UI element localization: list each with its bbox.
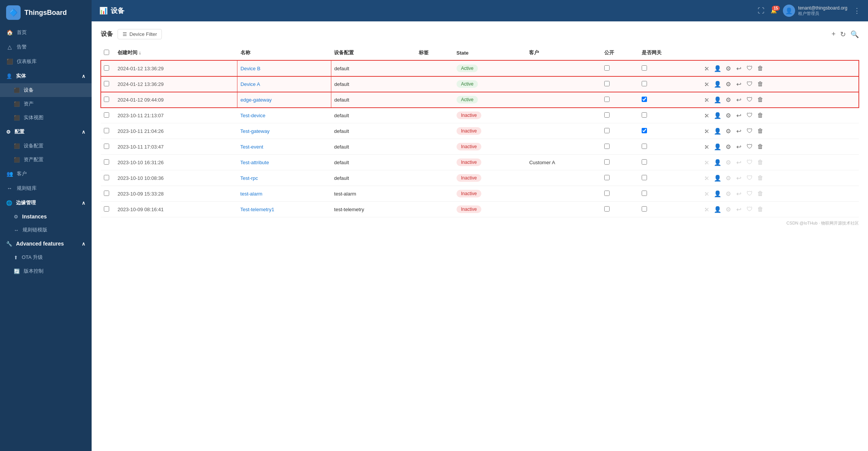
- device-name-link[interactable]: Test-rpc: [240, 175, 258, 181]
- public-checkbox[interactable]: [604, 206, 610, 212]
- reset-icon[interactable]: ↩: [735, 128, 743, 135]
- gateway-checkbox[interactable]: [642, 206, 647, 212]
- add-icon[interactable]: +: [831, 30, 836, 39]
- gateway-checkbox[interactable]: [642, 175, 647, 180]
- sidebar-item-rule-chain[interactable]: ↔ 规则链库: [0, 181, 92, 196]
- row-checkbox[interactable]: [104, 191, 109, 196]
- shield-icon[interactable]: 🛡: [745, 81, 754, 87]
- public-checkbox[interactable]: [604, 191, 610, 196]
- gateway-checkbox[interactable]: [642, 159, 647, 165]
- row-name[interactable]: Test-telemetry1: [237, 202, 331, 217]
- row-name[interactable]: Test-attribute: [237, 155, 331, 170]
- public-checkbox[interactable]: [604, 175, 610, 180]
- shield-icon[interactable]: 🛡: [745, 143, 754, 150]
- row-checkbox[interactable]: [104, 112, 109, 118]
- device-name-link[interactable]: Test-gateway: [240, 128, 270, 134]
- refresh-icon[interactable]: ↻: [840, 30, 846, 39]
- reset-icon[interactable]: ↩: [735, 143, 743, 150]
- sidebar-item-alert[interactable]: △ 告警: [0, 40, 92, 54]
- user-info[interactable]: 👤 tenant@thingsboard.org 租户管理员: [783, 5, 847, 17]
- row-checkbox[interactable]: [104, 128, 109, 133]
- sidebar-item-asset-config[interactable]: ⬛ 资产配置: [0, 153, 92, 166]
- sidebar-item-instances[interactable]: ⚙ Instances: [0, 210, 92, 223]
- shield-icon[interactable]: 🛡: [745, 65, 754, 72]
- settings-icon[interactable]: ⚙: [724, 112, 732, 119]
- sidebar-section-edge[interactable]: 🌐 边缘管理 ∧: [0, 196, 92, 210]
- share-icon[interactable]: ⤪: [703, 96, 711, 103]
- row-name[interactable]: test-alarm: [237, 186, 331, 202]
- delete-icon[interactable]: 🗑: [756, 96, 765, 103]
- shield-icon[interactable]: 🛡: [745, 112, 754, 119]
- device-name-link[interactable]: Test-attribute: [240, 160, 269, 165]
- fullscreen-icon[interactable]: ⛶: [758, 7, 765, 15]
- delete-icon[interactable]: 🗑: [756, 81, 765, 87]
- gateway-checkbox[interactable]: [642, 81, 647, 86]
- gateway-checkbox[interactable]: [642, 112, 647, 118]
- device-name-link[interactable]: edge-gateway: [240, 97, 272, 103]
- share-icon[interactable]: ⤪: [703, 81, 711, 88]
- shield-icon[interactable]: 🛡: [745, 128, 754, 134]
- reset-icon[interactable]: ↩: [735, 81, 743, 88]
- settings-icon[interactable]: ⚙: [724, 128, 732, 135]
- share-icon[interactable]: ⤪: [703, 143, 711, 150]
- shield-icon[interactable]: 🛡: [745, 96, 754, 103]
- device-name-link[interactable]: test-alarm: [240, 191, 263, 197]
- settings-icon[interactable]: ⚙: [724, 96, 732, 103]
- delete-icon[interactable]: 🗑: [756, 143, 765, 150]
- reset-icon[interactable]: ↩: [735, 112, 743, 119]
- sidebar-item-entity-view[interactable]: ⬛ 实体视图: [0, 111, 92, 124]
- gateway-checkbox[interactable]: [642, 128, 647, 133]
- gateway-checkbox[interactable]: [642, 97, 647, 102]
- sidebar-item-device-config[interactable]: ⬛ 设备配置: [0, 139, 92, 153]
- public-checkbox[interactable]: [604, 97, 610, 102]
- reset-icon[interactable]: ↩: [735, 96, 743, 103]
- public-checkbox[interactable]: [604, 65, 610, 71]
- row-checkbox[interactable]: [104, 206, 109, 212]
- sidebar-item-dashboard[interactable]: ⬛ 仪表板库: [0, 54, 92, 69]
- user-icon[interactable]: 👤: [713, 81, 722, 88]
- notification-bell[interactable]: 🔔 15: [771, 8, 777, 14]
- row-name[interactable]: Device B: [237, 60, 331, 76]
- row-checkbox[interactable]: [104, 144, 109, 149]
- row-checkbox[interactable]: [104, 65, 109, 71]
- more-icon[interactable]: ⋮: [853, 6, 860, 15]
- row-name[interactable]: Test-rpc: [237, 170, 331, 186]
- user-icon[interactable]: 👤: [713, 65, 722, 72]
- sidebar-section-advanced[interactable]: 🔧 Advanced features ∧: [0, 237, 92, 251]
- device-name-link[interactable]: Device B: [240, 66, 260, 71]
- sidebar-item-home[interactable]: 🏠 首页: [0, 25, 92, 40]
- public-checkbox[interactable]: [604, 159, 610, 165]
- row-name[interactable]: Test-device: [237, 108, 331, 123]
- sidebar-item-asset[interactable]: ⬛ 资产: [0, 97, 92, 111]
- device-name-link[interactable]: Test-event: [240, 144, 263, 150]
- public-checkbox[interactable]: [604, 128, 610, 133]
- public-checkbox[interactable]: [604, 81, 610, 86]
- gateway-checkbox[interactable]: [642, 144, 647, 149]
- sidebar-item-ota[interactable]: ⬆ OTA 升级: [0, 251, 92, 264]
- row-name[interactable]: edge-gateway: [237, 92, 331, 108]
- sidebar-section-entity[interactable]: 👤 实体 ∧: [0, 69, 92, 83]
- select-all-checkbox[interactable]: [104, 50, 109, 55]
- delete-icon[interactable]: 🗑: [756, 112, 765, 119]
- device-name-link[interactable]: Test-device: [240, 113, 266, 118]
- filter-button[interactable]: ☰ Device Filter: [118, 29, 162, 39]
- row-checkbox[interactable]: [104, 97, 109, 102]
- user-icon[interactable]: 👤: [713, 112, 722, 119]
- device-name-link[interactable]: Device A: [240, 81, 260, 87]
- gateway-checkbox[interactable]: [642, 65, 647, 71]
- sidebar-section-config[interactable]: ⚙ 配置 ∧: [0, 124, 92, 139]
- gateway-checkbox[interactable]: [642, 191, 647, 196]
- user-icon[interactable]: 👤: [713, 143, 722, 150]
- share-icon[interactable]: ⤪: [703, 128, 711, 135]
- settings-icon[interactable]: ⚙: [724, 65, 732, 72]
- public-checkbox[interactable]: [604, 144, 610, 149]
- user-icon[interactable]: 👤: [713, 128, 722, 135]
- delete-icon[interactable]: 🗑: [756, 128, 765, 134]
- share-icon[interactable]: ⤪: [703, 65, 711, 72]
- sidebar-item-device[interactable]: ⬛ 设备: [0, 83, 92, 97]
- user-icon[interactable]: 👤: [713, 96, 722, 103]
- search-icon[interactable]: 🔍: [850, 30, 859, 39]
- reset-icon[interactable]: ↩: [735, 65, 743, 72]
- row-checkbox[interactable]: [104, 159, 109, 165]
- settings-icon[interactable]: ⚙: [724, 143, 732, 150]
